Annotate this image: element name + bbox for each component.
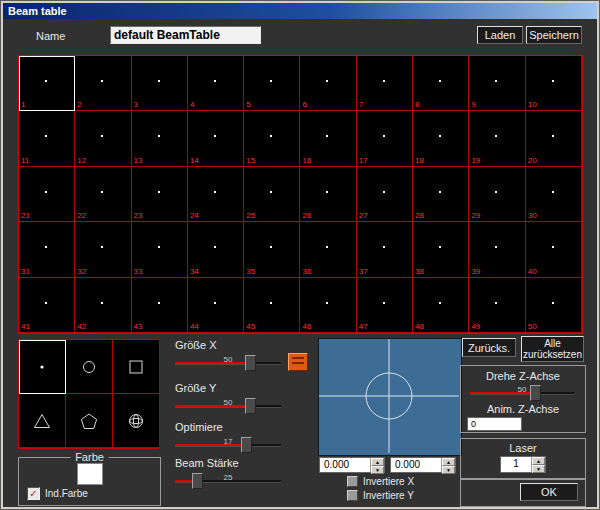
beam-cell-7[interactable]: 7 (357, 56, 413, 111)
coord-x-down-button[interactable]: ▼ (371, 466, 384, 474)
beam-cell-25[interactable]: 25 (244, 167, 300, 222)
beam-cell-43[interactable]: 43 (132, 278, 188, 333)
beam-cell-49[interactable]: 49 (469, 278, 525, 333)
beam-cell-20[interactable]: 20 (526, 111, 582, 166)
beam-cell-24[interactable]: 24 (188, 167, 244, 222)
slider-thumb[interactable] (245, 398, 256, 414)
beam-cell-13[interactable]: 13 (132, 111, 188, 166)
beam-dot-icon (552, 135, 554, 137)
coord-y-down-button[interactable]: ▼ (442, 466, 455, 474)
beam-cell-47[interactable]: 47 (357, 278, 413, 333)
beam-cell-number: 35 (246, 267, 255, 276)
drehe-z-slider[interactable]: 50 (470, 384, 574, 400)
ok-button[interactable]: OK (520, 483, 578, 501)
speichern-button[interactable]: Speichern (526, 26, 582, 44)
beam-cell-27[interactable]: 27 (357, 167, 413, 222)
name-input[interactable] (110, 26, 261, 44)
beam-cell-15[interactable]: 15 (244, 111, 300, 166)
beam-staerke-slider[interactable]: 25 (175, 472, 281, 488)
coord-y-up-button[interactable]: ▲ (442, 458, 455, 466)
color-swatch[interactable] (77, 463, 103, 485)
beam-cell-number: 48 (415, 322, 424, 331)
groesse-x-slider[interactable]: 50 (175, 354, 281, 370)
beam-options-button[interactable] (288, 353, 308, 371)
beam-cell-31[interactable]: 31 (19, 222, 75, 277)
shape-circle[interactable] (66, 340, 113, 394)
beam-cell-40[interactable]: 40 (526, 222, 582, 277)
beam-cell-48[interactable]: 48 (413, 278, 469, 333)
beam-cell-10[interactable]: 10 (526, 56, 582, 111)
beam-cell-45[interactable]: 45 (244, 278, 300, 333)
optimiere-slider[interactable]: 17 (175, 436, 281, 452)
beam-cell-44[interactable]: 44 (188, 278, 244, 333)
beam-cell-34[interactable]: 34 (188, 222, 244, 277)
shape-pentagon[interactable] (66, 394, 113, 448)
beam-cell-8[interactable]: 8 (413, 56, 469, 111)
shape-square[interactable] (113, 340, 160, 394)
shape-dot[interactable] (19, 340, 66, 394)
beam-cell-32[interactable]: 32 (75, 222, 131, 277)
alle-zuruecksetzen-button[interactable]: Alle zurücksetzen (521, 336, 584, 362)
coord-x-up-button[interactable]: ▲ (371, 458, 384, 466)
beam-cell-1[interactable]: 1 (19, 56, 75, 111)
beam-cell-5[interactable]: 5 (244, 56, 300, 111)
slider-thumb[interactable] (245, 355, 256, 371)
zurueck-button[interactable]: Zurücks. (462, 338, 516, 357)
beam-cell-42[interactable]: 42 (75, 278, 131, 333)
coord-y-spinner: ▲ ▼ (441, 458, 455, 472)
beam-preview[interactable] (318, 338, 462, 456)
beam-cell-19[interactable]: 19 (469, 111, 525, 166)
beam-cell-28[interactable]: 28 (413, 167, 469, 222)
beam-cell-number: 15 (246, 156, 255, 165)
invert-x-row: Invertiere X (347, 476, 414, 487)
beam-cell-39[interactable]: 39 (469, 222, 525, 277)
beam-dot-icon (326, 191, 328, 193)
beam-cell-37[interactable]: 37 (357, 222, 413, 277)
beam-cell-38[interactable]: 38 (413, 222, 469, 277)
coord-x-value[interactable]: 0.000 (320, 458, 370, 472)
beam-cell-46[interactable]: 46 (300, 278, 356, 333)
beam-cell-9[interactable]: 9 (469, 56, 525, 111)
beam-cell-41[interactable]: 41 (19, 278, 75, 333)
beam-cell-6[interactable]: 6 (300, 56, 356, 111)
beam-cell-18[interactable]: 18 (413, 111, 469, 166)
beam-cell-4[interactable]: 4 (188, 56, 244, 111)
beam-cell-number: 8 (415, 100, 419, 109)
beam-cell-22[interactable]: 22 (75, 167, 131, 222)
titlebar[interactable]: Beam table (3, 3, 597, 19)
beam-cell-12[interactable]: 12 (75, 111, 131, 166)
slider-thumb[interactable] (241, 437, 252, 453)
groesse-y-slider[interactable]: 50 (175, 397, 281, 413)
beam-cell-35[interactable]: 35 (244, 222, 300, 277)
beam-cell-21[interactable]: 21 (19, 167, 75, 222)
beam-cell-50[interactable]: 50 (526, 278, 582, 333)
slider-thumb[interactable] (530, 385, 541, 401)
coord-y-value[interactable]: 0.000 (391, 458, 441, 472)
beam-cell-11[interactable]: 11 (19, 111, 75, 166)
anim-z-input[interactable]: 0 (467, 417, 522, 431)
beam-cell-36[interactable]: 36 (300, 222, 356, 277)
beam-dot-icon (326, 135, 328, 137)
beam-cell-16[interactable]: 16 (300, 111, 356, 166)
laser-up-button[interactable]: ▲ (532, 457, 545, 465)
beam-cell-26[interactable]: 26 (300, 167, 356, 222)
shape-sphere[interactable] (113, 394, 160, 448)
menu-lines-icon (292, 357, 304, 367)
laden-button[interactable]: Laden (477, 26, 523, 44)
beam-cell-2[interactable]: 2 (75, 56, 131, 111)
beam-cell-number: 33 (134, 267, 143, 276)
slider-thumb[interactable] (192, 473, 203, 489)
beam-cell-33[interactable]: 33 (132, 222, 188, 277)
beam-cell-17[interactable]: 17 (357, 111, 413, 166)
beam-cell-30[interactable]: 30 (526, 167, 582, 222)
ind-farbe-checkbox[interactable]: ✓ (27, 487, 40, 500)
laser-value[interactable]: 1 (501, 457, 531, 472)
laser-down-button[interactable]: ▼ (532, 465, 545, 473)
shape-triangle[interactable] (19, 394, 66, 448)
beam-cell-14[interactable]: 14 (188, 111, 244, 166)
invert-x-checkbox[interactable] (347, 476, 358, 487)
beam-cell-3[interactable]: 3 (132, 56, 188, 111)
beam-cell-23[interactable]: 23 (132, 167, 188, 222)
invert-y-checkbox[interactable] (347, 490, 358, 501)
beam-cell-29[interactable]: 29 (469, 167, 525, 222)
